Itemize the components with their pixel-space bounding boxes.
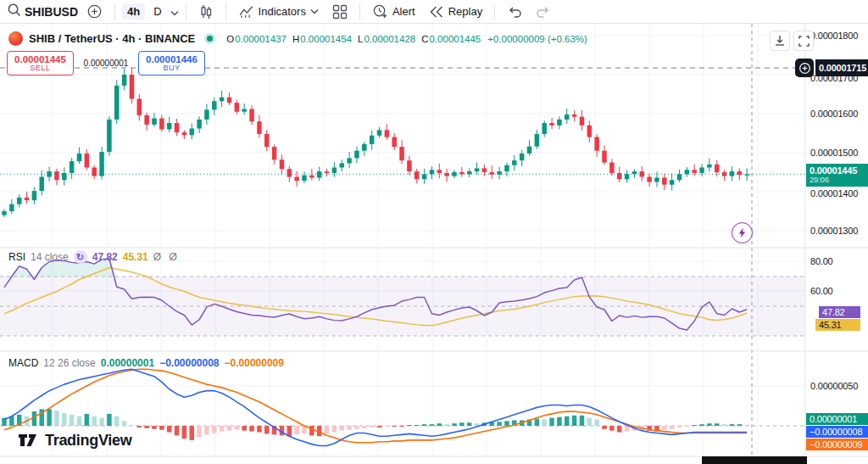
alert-price-badge[interactable]: 0.00001715 — [815, 59, 868, 76]
trade-buttons: 0.00001445 SELL 0.00000001 0.00001446 BU… — [7, 51, 205, 75]
change-value: +0.00000009 (+0.63%) — [487, 34, 587, 44]
shib-coin-logo — [8, 31, 23, 46]
download-chart-button[interactable] — [770, 31, 790, 51]
alert-clock-icon — [372, 3, 388, 20]
layout-grid-icon[interactable] — [327, 3, 353, 21]
macd-params: 12 26 close — [43, 357, 95, 369]
sell-label: SELL — [30, 64, 50, 72]
buy-label: BUY — [163, 64, 180, 72]
replay-icon — [429, 5, 444, 19]
rsi-params: 14 close — [31, 251, 69, 263]
redo-icon[interactable] — [531, 3, 556, 20]
close-value: 0.00001445 — [430, 34, 481, 44]
top-toolbar: SHIBUSDT 4h D Indicators — [0, 0, 868, 24]
alert-label: Alert — [392, 5, 415, 18]
current-price-badge: 0.00001445 29:06 — [806, 164, 868, 187]
toolbar-divider — [186, 3, 186, 20]
price-axis-label: 80.00 — [810, 256, 833, 266]
chart-style-candles-icon[interactable] — [193, 3, 219, 21]
buy-button[interactable]: 0.00001446 BUY — [138, 51, 205, 75]
macd-hist-badge: 0.00000001 — [806, 413, 868, 425]
high-label: H — [292, 34, 299, 44]
tradingview-logo-mark — [17, 431, 39, 450]
indicators-label: Indicators — [259, 5, 306, 18]
rsi-value-badge: 47.82 — [819, 306, 860, 318]
close-label: C — [421, 34, 428, 44]
tradingview-logo[interactable]: TradingView — [17, 431, 131, 450]
macd-line-value: −0.00000008 — [159, 357, 219, 369]
sell-price: 0.00001445 — [14, 54, 66, 64]
bar-countdown: 29:06 — [810, 176, 829, 184]
macd-signal-badge: −0.00000009 — [806, 439, 868, 450]
high-value: 0.00001454 — [300, 34, 352, 44]
tradingview-logo-text: TradingView — [45, 432, 131, 450]
indicators-button[interactable]: Indicators — [233, 3, 324, 21]
price-axis-label: 0.00001600 — [810, 109, 858, 119]
rsi-legend[interactable]: RSI 14 close ↻ 47.82 45.31 Ø Ø — [8, 250, 180, 264]
low-value: 0.00001428 — [364, 34, 415, 44]
undo-icon[interactable] — [502, 3, 527, 20]
open-label: O — [226, 34, 234, 44]
rsi-ma-value-badge: 45.31 — [815, 319, 860, 331]
replay-button[interactable]: Replay — [424, 3, 487, 20]
symbol-search-button[interactable]: SHIBUSDT — [25, 5, 78, 19]
toolbar-divider — [359, 3, 360, 20]
quick-trade-lightning-icon[interactable] — [732, 222, 753, 243]
macd-title: MACD — [8, 357, 38, 369]
price-axis-label: 60.00 — [810, 286, 833, 296]
macd-legend[interactable]: MACD 12 26 close 0.00000001 −0.00000008 … — [8, 357, 284, 369]
replay-label: Replay — [448, 5, 482, 18]
alert-line-plus-icon[interactable] — [795, 59, 814, 77]
open-value: 0.00001437 — [235, 34, 287, 44]
price-axis-label: 0.00001300 — [810, 226, 858, 236]
toolbar-divider — [114, 3, 115, 20]
rsi-refresh-icon[interactable]: ↻ — [74, 250, 87, 264]
macd-signal-value: −0.00000009 — [225, 357, 284, 369]
maximize-pane-button[interactable] — [793, 31, 814, 51]
market-status-dot[interactable] — [204, 33, 215, 44]
low-label: L — [358, 34, 363, 44]
indicators-icon — [238, 4, 254, 20]
alert-button[interactable]: Alert — [367, 2, 420, 21]
toolbar-divider — [494, 3, 495, 20]
price-axis-label: 0.00001500 — [810, 148, 858, 158]
spread-value: 0.00000001 — [82, 59, 130, 68]
compare-add-icon[interactable] — [81, 2, 108, 21]
rsi-value: 47.82 — [92, 251, 118, 263]
interval-4h-button[interactable]: 4h — [122, 3, 145, 20]
rsi-ma-value: 45.31 — [123, 251, 148, 263]
interval-d-button[interactable]: D — [148, 3, 166, 20]
search-icon[interactable] — [7, 3, 21, 20]
redacted-bar — [702, 456, 807, 464]
price-axis-label: 0.00000050 — [810, 381, 858, 391]
tradingview-app: SHIBUSDT 4h D Indicators — [0, 0, 868, 464]
toolbar-divider — [225, 3, 226, 20]
price-axis-label: 0.00001400 — [810, 188, 858, 198]
chevron-down-icon[interactable] — [170, 4, 179, 20]
buy-price: 0.00001446 — [146, 54, 198, 64]
macd-hist-value: 0.00000001 — [101, 357, 154, 369]
pair-title[interactable]: SHIB / TetherUS · 4h · BINANCE — [29, 32, 195, 45]
macd-line-badge: −0.00000008 — [806, 426, 868, 438]
price-axis-label: 0.00001800 — [810, 31, 858, 41]
rsi-title: RSI — [8, 251, 25, 263]
sell-button[interactable]: 0.00001445 SELL — [7, 51, 74, 75]
symbol-legend: SHIB / TetherUS · 4h · BINANCE O0.000014… — [8, 31, 587, 46]
rsi-extra-icons[interactable]: Ø Ø — [153, 251, 180, 263]
ohlc-values: O0.00001437 H0.00001454 L0.00001428 C0.0… — [226, 34, 587, 44]
